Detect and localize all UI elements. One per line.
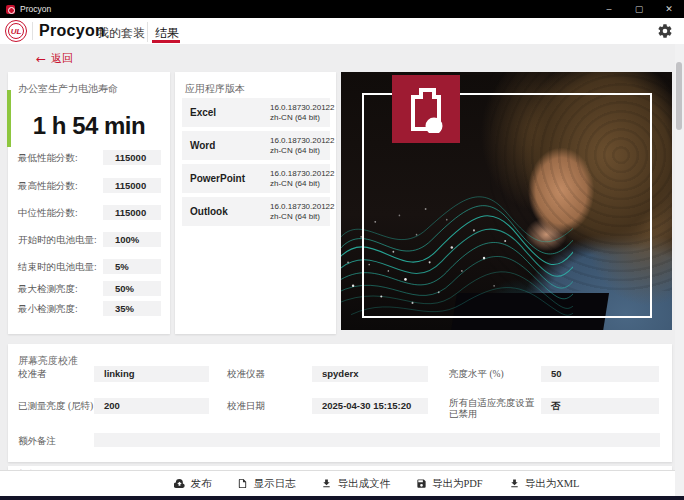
app-name: Excel: [190, 98, 216, 127]
vertical-scrollbar[interactable]: [675, 44, 684, 496]
show-log-label: 显示日志: [253, 477, 295, 491]
measured-brightness-value: 200: [94, 398, 209, 414]
stat-value: 5%: [103, 259, 161, 274]
titlebar-ul-icon: [6, 5, 15, 14]
calibration-row: 额外备注: [8, 433, 672, 451]
back-label: 返回: [51, 51, 73, 66]
calibrator-value: linking: [94, 366, 209, 382]
app-version-row: Word 16.0.18730.20122zh-CN (64 bit): [182, 131, 330, 160]
version-number: 16.0.18730.20122: [270, 169, 335, 178]
stat-row: 最低性能分数: 115000: [8, 150, 170, 166]
tab-my-suites[interactable]: 我的套装: [97, 25, 145, 42]
app-versions-panel: 应用程序版本 Excel 16.0.18730.20122zh-CN (64 b…: [175, 72, 336, 334]
extra-notes-field[interactable]: [94, 433, 660, 447]
stat-label: 最小检测亮度:: [18, 301, 78, 317]
back-arrow-icon: ←: [36, 52, 46, 66]
back-link[interactable]: ← 返回: [36, 51, 73, 66]
battery-life-panel: 办公室生产力电池寿命 1 h 54 min 最低性能分数: 115000 最高性…: [8, 72, 170, 334]
download-icon: [321, 478, 332, 489]
battery-panel-title: 办公室生产力电池寿命: [18, 82, 118, 96]
export-pdf-label: 导出为PDF: [432, 477, 483, 491]
close-button[interactable]: ✕: [654, 0, 684, 18]
export-file-label: 导出成文件: [337, 477, 390, 491]
active-tab-underline: [152, 40, 180, 43]
export-xml-button[interactable]: 导出为XML: [509, 477, 580, 491]
stat-row: 结束时的电池电量: 5%: [8, 259, 170, 275]
stat-value: 115000: [103, 205, 161, 220]
stat-value: 115000: [103, 178, 161, 193]
footer-buttons: 发布 显示日志 导出成文件 导出为PDF 导出为XML: [35, 471, 684, 496]
publish-button[interactable]: 发布: [174, 477, 211, 491]
export-xml-label: 导出为XML: [525, 477, 580, 491]
brightness-level-value: 50: [541, 366, 659, 382]
calibration-panel: 屏幕亮度校准 校准者 linking 校准仪器 spyderx 亮度水平 (%)…: [8, 344, 672, 462]
tab-divider: [147, 22, 148, 42]
window-bottom-edge: [0, 496, 684, 500]
stat-label: 最大检测亮度:: [18, 281, 78, 297]
version-number: 16.0.18730.20122: [270, 103, 335, 112]
stat-row: 最高性能分数: 115000: [8, 178, 170, 194]
measured-brightness-label: 已测量亮度 (尼特): [18, 398, 93, 414]
stat-label: 开始时的电池电量:: [18, 232, 97, 248]
extra-notes-label: 额外备注: [18, 433, 56, 449]
version-locale: zh-CN (64 bit): [270, 179, 320, 188]
battery-icon: [408, 85, 444, 133]
minimize-button[interactable]: –: [594, 0, 624, 18]
window-controls: – ▢ ✕: [594, 0, 684, 18]
stat-label: 结束时的电池电量:: [18, 259, 97, 275]
calibration-row: 已测量亮度 (尼特) 200 校准日期 2025-04-30 15:15:20 …: [8, 398, 672, 416]
publish-label: 发布: [190, 477, 211, 491]
stat-row: 中位性能分数: 115000: [8, 205, 170, 221]
stat-row: 最小检测亮度: 35%: [8, 301, 170, 317]
battery-life-score: 1 h 54 min: [8, 112, 170, 140]
app-name: PowerPoint: [190, 164, 245, 193]
app-version-row: Outlook 16.0.18730.20122zh-CN (64 bit): [182, 197, 330, 226]
settings-gear-icon[interactable]: [657, 23, 673, 39]
adaptive-brightness-label: 所有自适应亮度设置已禁用: [449, 398, 539, 420]
stat-value: 50%: [103, 281, 161, 296]
version-number: 16.0.18730.20122: [270, 136, 335, 145]
show-log-button[interactable]: 显示日志: [237, 477, 295, 491]
brightness-level-label: 亮度水平 (%): [449, 366, 539, 382]
ul-logo: UL: [5, 20, 27, 42]
save-disk-icon: [416, 478, 427, 489]
footer-action-bar: 发布 显示日志 导出成文件 导出为PDF 导出为XML: [0, 470, 684, 496]
version-locale: zh-CN (64 bit): [270, 212, 320, 221]
cloud-upload-icon: [174, 478, 185, 489]
calibrator-label: 校准者: [18, 366, 47, 382]
instrument-value: spyderx: [312, 366, 428, 382]
titlebar-title: Procyon: [20, 4, 51, 14]
scrollbar-thumb[interactable]: [676, 62, 682, 130]
version-locale: zh-CN (64 bit): [270, 146, 320, 155]
calibration-row: 校准者 linking 校准仪器 spyderx 亮度水平 (%) 50: [8, 366, 672, 384]
calibration-date-value: 2025-04-30 15:15:20: [312, 398, 428, 414]
maximize-button[interactable]: ▢: [624, 0, 654, 18]
stat-row: 开始时的电池电量: 100%: [8, 232, 170, 248]
benchmark-hero-image: [341, 72, 672, 330]
adaptive-brightness-value: 否: [541, 398, 659, 414]
app-versions-title: 应用程序版本: [185, 82, 245, 96]
export-file-button[interactable]: 导出成文件: [321, 477, 390, 491]
app-version-row: Excel 16.0.18730.20122zh-CN (64 bit): [182, 98, 330, 127]
stat-value: 115000: [103, 150, 161, 165]
app-name: Word: [190, 131, 215, 160]
stat-row: 最大检测亮度: 50%: [8, 281, 170, 297]
instrument-label: 校准仪器: [227, 366, 265, 382]
download-icon: [509, 478, 520, 489]
stat-label: 最高性能分数:: [18, 178, 78, 194]
app-version-row: PowerPoint 16.0.18730.20122zh-CN (64 bit…: [182, 164, 330, 193]
app-version: 16.0.18730.20122zh-CN (64 bit): [270, 103, 335, 122]
stat-value: 100%: [103, 232, 161, 247]
stat-value: 35%: [103, 301, 161, 316]
export-pdf-button[interactable]: 导出为PDF: [416, 477, 483, 491]
app-header: UL Procyon 我的套装 结果: [0, 18, 684, 44]
header-divider: [32, 22, 33, 40]
brand-title: Procyon: [39, 22, 105, 40]
app-version: 16.0.18730.20122zh-CN (64 bit): [270, 202, 335, 221]
stat-label: 中位性能分数:: [18, 205, 78, 221]
procyon-app: Procyon – ▢ ✕ UL Procyon 我的套装 结果 ← 返回 办公…: [0, 0, 684, 500]
log-document-icon: [237, 478, 248, 489]
titlebar: Procyon – ▢ ✕: [0, 0, 684, 18]
version-locale: zh-CN (64 bit): [270, 113, 320, 122]
battery-benchmark-badge: [392, 75, 460, 143]
